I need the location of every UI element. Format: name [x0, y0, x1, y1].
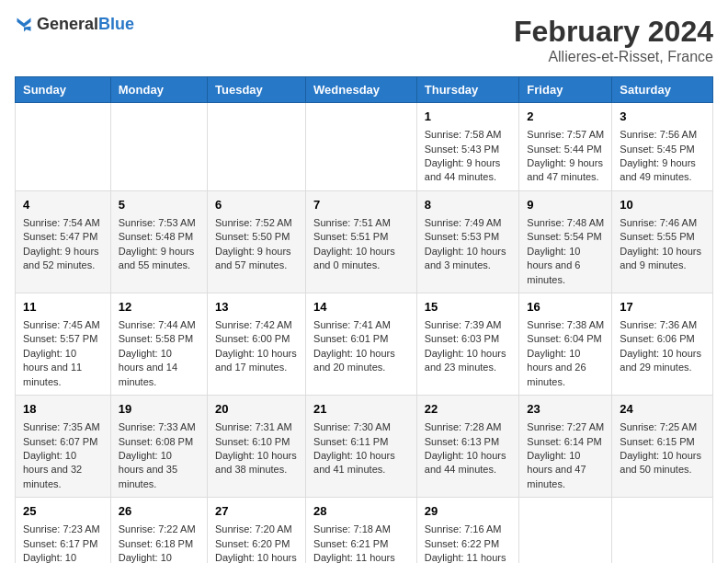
col-tuesday: Tuesday: [208, 77, 306, 103]
day-number: 7: [313, 197, 409, 213]
day-number: 28: [313, 503, 409, 520]
week-row-1: 1 Sunrise: 7:58 AM Sunset: 5:43 PM Dayli…: [16, 103, 713, 191]
week-row-4: 18 Sunrise: 7:35 AM Sunset: 6:07 PM Dayl…: [16, 396, 713, 498]
day-cell: 5 Sunrise: 7:53 AM Sunset: 5:48 PM Dayli…: [110, 190, 207, 293]
day-cell: 3 Sunrise: 7:56 AM Sunset: 5:45 PM Dayli…: [612, 103, 713, 191]
day-number: 14: [313, 299, 409, 316]
day-cell: [16, 103, 111, 191]
day-cell: 20 Sunrise: 7:31 AM Sunset: 6:10 PM Dayl…: [208, 396, 306, 498]
col-friday: Friday: [519, 77, 612, 103]
day-info: Sunrise: 7:52 AM Sunset: 5:50 PM Dayligh…: [215, 216, 298, 273]
day-number: 19: [119, 401, 199, 418]
day-number: 2: [527, 109, 604, 125]
day-cell: 24 Sunrise: 7:25 AM Sunset: 6:15 PM Dayl…: [612, 396, 713, 498]
day-cell: 29 Sunrise: 7:16 AM Sunset: 6:22 PM Dayl…: [416, 498, 519, 563]
day-number: 11: [23, 299, 103, 316]
header: GeneralBlue February 2024 Allieres-et-Ri…: [15, 15, 713, 65]
day-cell: 21 Sunrise: 7:30 AM Sunset: 6:11 PM Dayl…: [306, 396, 417, 498]
calendar-table: Sunday Monday Tuesday Wednesday Thursday…: [15, 76, 713, 563]
col-saturday: Saturday: [612, 77, 713, 103]
day-info: Sunrise: 7:33 AM Sunset: 6:08 PM Dayligh…: [119, 420, 199, 491]
day-number: 8: [425, 197, 512, 213]
logo: GeneralBlue: [15, 15, 134, 34]
day-cell: 9 Sunrise: 7:48 AM Sunset: 5:54 PM Dayli…: [519, 190, 612, 293]
day-cell: 26 Sunrise: 7:22 AM Sunset: 6:18 PM Dayl…: [110, 498, 207, 563]
day-info: Sunrise: 7:58 AM Sunset: 5:43 PM Dayligh…: [425, 128, 512, 185]
day-info: Sunrise: 7:44 AM Sunset: 5:58 PM Dayligh…: [119, 318, 199, 389]
day-cell: 27 Sunrise: 7:20 AM Sunset: 6:20 PM Dayl…: [208, 498, 306, 563]
day-cell: [519, 498, 612, 563]
day-cell: 28 Sunrise: 7:18 AM Sunset: 6:21 PM Dayl…: [306, 498, 417, 563]
day-number: 13: [215, 299, 298, 316]
day-cell: 13 Sunrise: 7:42 AM Sunset: 6:00 PM Dayl…: [208, 293, 306, 395]
day-number: 23: [527, 401, 604, 418]
main-title: February 2024: [514, 15, 713, 49]
day-number: 12: [119, 299, 199, 316]
day-cell: 12 Sunrise: 7:44 AM Sunset: 5:58 PM Dayl…: [110, 293, 207, 395]
day-cell: 17 Sunrise: 7:36 AM Sunset: 6:06 PM Dayl…: [612, 293, 713, 395]
day-cell: 23 Sunrise: 7:27 AM Sunset: 6:14 PM Dayl…: [519, 396, 612, 498]
day-number: 24: [620, 401, 705, 418]
day-cell: 22 Sunrise: 7:28 AM Sunset: 6:13 PM Dayl…: [416, 396, 519, 498]
day-info: Sunrise: 7:41 AM Sunset: 6:01 PM Dayligh…: [313, 318, 409, 375]
day-info: Sunrise: 7:31 AM Sunset: 6:10 PM Dayligh…: [215, 420, 298, 477]
day-info: Sunrise: 7:46 AM Sunset: 5:55 PM Dayligh…: [620, 216, 705, 273]
day-cell: [306, 103, 417, 191]
day-cell: 18 Sunrise: 7:35 AM Sunset: 6:07 PM Dayl…: [16, 396, 111, 498]
day-number: 15: [425, 299, 512, 316]
day-cell: 19 Sunrise: 7:33 AM Sunset: 6:08 PM Dayl…: [110, 396, 207, 498]
day-cell: 10 Sunrise: 7:46 AM Sunset: 5:55 PM Dayl…: [612, 190, 713, 293]
day-number: 21: [313, 401, 409, 418]
day-cell: 15 Sunrise: 7:39 AM Sunset: 6:03 PM Dayl…: [416, 293, 519, 395]
day-number: 9: [527, 197, 604, 213]
col-wednesday: Wednesday: [306, 77, 417, 103]
day-number: 5: [119, 197, 199, 213]
day-info: Sunrise: 7:27 AM Sunset: 6:14 PM Dayligh…: [527, 420, 604, 491]
logo-bird-icon: [15, 16, 33, 34]
day-cell: 8 Sunrise: 7:49 AM Sunset: 5:53 PM Dayli…: [416, 190, 519, 293]
day-info: Sunrise: 7:16 AM Sunset: 6:22 PM Dayligh…: [425, 523, 512, 563]
day-number: 17: [620, 299, 705, 316]
day-number: 6: [215, 197, 298, 213]
day-number: 26: [119, 503, 199, 520]
day-cell: 7 Sunrise: 7:51 AM Sunset: 5:51 PM Dayli…: [306, 190, 417, 293]
logo-blue: Blue: [98, 15, 134, 33]
day-number: 4: [23, 197, 103, 213]
day-cell: 4 Sunrise: 7:54 AM Sunset: 5:47 PM Dayli…: [16, 190, 111, 293]
title-area: February 2024 Allieres-et-Risset, France: [514, 15, 713, 65]
day-info: Sunrise: 7:22 AM Sunset: 6:18 PM Dayligh…: [119, 523, 199, 563]
day-cell: [612, 498, 713, 563]
day-number: 3: [620, 109, 705, 125]
subtitle: Allieres-et-Risset, France: [514, 49, 713, 65]
day-number: 29: [425, 503, 512, 520]
day-info: Sunrise: 7:23 AM Sunset: 6:17 PM Dayligh…: [23, 523, 103, 563]
day-number: 25: [23, 503, 103, 520]
logo-general: General: [37, 15, 98, 33]
day-cell: 1 Sunrise: 7:58 AM Sunset: 5:43 PM Dayli…: [416, 103, 519, 191]
day-info: Sunrise: 7:48 AM Sunset: 5:54 PM Dayligh…: [527, 216, 604, 287]
day-number: 16: [527, 299, 604, 316]
week-row-5: 25 Sunrise: 7:23 AM Sunset: 6:17 PM Dayl…: [16, 498, 713, 563]
day-number: 1: [425, 109, 512, 125]
day-cell: [208, 103, 306, 191]
day-number: 10: [620, 197, 705, 213]
day-info: Sunrise: 7:39 AM Sunset: 6:03 PM Dayligh…: [425, 318, 512, 375]
day-info: Sunrise: 7:45 AM Sunset: 5:57 PM Dayligh…: [23, 318, 103, 389]
day-info: Sunrise: 7:51 AM Sunset: 5:51 PM Dayligh…: [313, 216, 409, 273]
day-number: 22: [425, 401, 512, 418]
day-info: Sunrise: 7:18 AM Sunset: 6:21 PM Dayligh…: [313, 523, 409, 563]
day-info: Sunrise: 7:57 AM Sunset: 5:44 PM Dayligh…: [527, 128, 604, 185]
day-number: 20: [215, 401, 298, 418]
day-number: 18: [23, 401, 103, 418]
day-info: Sunrise: 7:25 AM Sunset: 6:15 PM Dayligh…: [620, 420, 705, 477]
day-info: Sunrise: 7:36 AM Sunset: 6:06 PM Dayligh…: [620, 318, 705, 375]
day-info: Sunrise: 7:42 AM Sunset: 6:00 PM Dayligh…: [215, 318, 298, 375]
day-info: Sunrise: 7:53 AM Sunset: 5:48 PM Dayligh…: [119, 216, 199, 273]
col-sunday: Sunday: [16, 77, 111, 103]
day-cell: 11 Sunrise: 7:45 AM Sunset: 5:57 PM Dayl…: [16, 293, 111, 395]
day-info: Sunrise: 7:38 AM Sunset: 6:04 PM Dayligh…: [527, 318, 604, 389]
day-cell: 14 Sunrise: 7:41 AM Sunset: 6:01 PM Dayl…: [306, 293, 417, 395]
day-info: Sunrise: 7:28 AM Sunset: 6:13 PM Dayligh…: [425, 420, 512, 477]
day-cell: 25 Sunrise: 7:23 AM Sunset: 6:17 PM Dayl…: [16, 498, 111, 563]
day-cell: 6 Sunrise: 7:52 AM Sunset: 5:50 PM Dayli…: [208, 190, 306, 293]
